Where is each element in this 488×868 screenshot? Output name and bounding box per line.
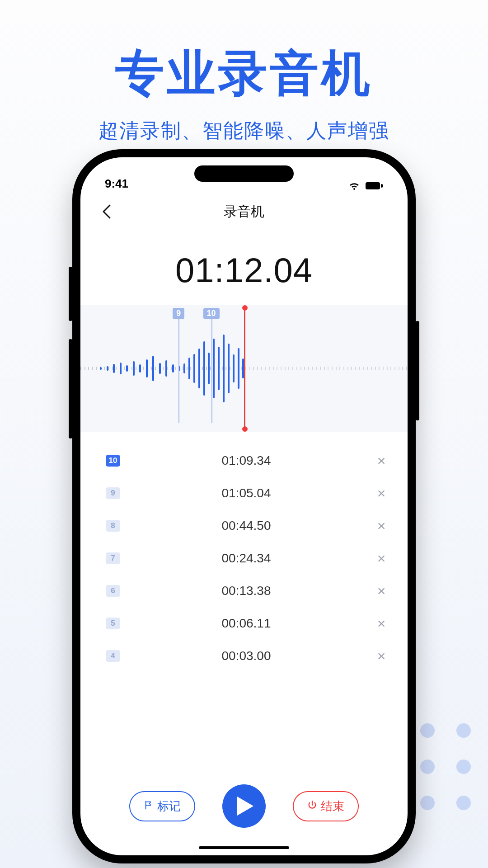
end-button[interactable]: 结束 [293,791,359,821]
waveform-flag-line [178,314,179,423]
delete-mark-button[interactable]: × [372,583,390,599]
power-icon [307,799,317,813]
delete-mark-button[interactable]: × [372,615,390,632]
waveform-panel[interactable]: 910 [80,305,408,432]
status-time: 9:41 [105,177,128,191]
wifi-icon [348,181,361,191]
mark-row[interactable]: 500:06.11× [98,607,390,640]
delete-mark-button[interactable]: × [372,550,390,567]
delete-mark-button[interactable]: × [372,485,390,502]
flag-icon [144,799,154,813]
delete-mark-button[interactable]: × [372,453,390,469]
marks-list: 1001:09.34×901:05.04×800:44.50×700:24.34… [80,444,408,778]
dynamic-island [194,165,294,182]
back-button[interactable] [99,203,117,221]
delete-mark-button[interactable]: × [372,648,390,665]
mark-button-label: 标记 [157,798,181,814]
waveform-flag-line [211,314,212,423]
mark-button[interactable]: 标记 [129,791,195,821]
playhead[interactable] [244,308,245,429]
waveform-flag[interactable]: 9 [173,308,184,319]
hero-title: 专业录音机 [0,41,488,107]
mark-number-badge: 6 [106,585,120,597]
waveform-flag[interactable]: 10 [203,308,220,319]
mark-number-badge: 8 [106,520,120,532]
mark-time: 00:24.34 [120,551,372,566]
svg-rect-0 [366,182,380,189]
play-icon [237,797,253,816]
mark-row[interactable]: 600:13.38× [98,575,390,607]
end-button-label: 结束 [321,798,344,814]
mark-time: 00:44.50 [120,519,372,533]
mark-row[interactable]: 400:03.00× [98,640,390,672]
delete-mark-button[interactable]: × [372,518,390,534]
mark-row[interactable]: 800:44.50× [98,509,390,542]
nav-bar: 录音机 [80,197,408,226]
mark-number-badge: 9 [106,487,120,499]
mark-time: 01:09.34 [120,453,372,468]
mark-time: 00:03.00 [120,649,372,663]
mark-time: 00:13.38 [120,584,372,598]
app-screen: 9:41 录音机 01:12.04 910 [80,157,408,855]
page-title: 录音机 [224,203,264,221]
phone-mockup: 9:41 录音机 01:12.04 910 [72,149,416,863]
mark-time: 00:06.11 [120,616,372,631]
mark-row[interactable]: 700:24.34× [98,542,390,575]
recording-timer: 01:12.04 [80,250,408,290]
mark-row[interactable]: 901:05.04× [98,477,390,509]
hero-subtitle: 超清录制、智能降噪、人声增强 [0,118,488,144]
mark-row[interactable]: 1001:09.34× [98,444,390,477]
mark-number-badge: 4 [106,650,120,662]
mark-number-badge: 5 [106,618,120,629]
play-button[interactable] [222,784,266,828]
home-indicator[interactable] [199,846,289,849]
battery-icon [365,181,383,190]
mark-number-badge: 10 [106,455,120,467]
svg-rect-1 [381,184,383,188]
mark-number-badge: 7 [106,552,120,564]
controls-bar: 标记 结束 [80,778,408,855]
chevron-left-icon [99,203,117,221]
mark-time: 01:05.04 [120,486,372,500]
